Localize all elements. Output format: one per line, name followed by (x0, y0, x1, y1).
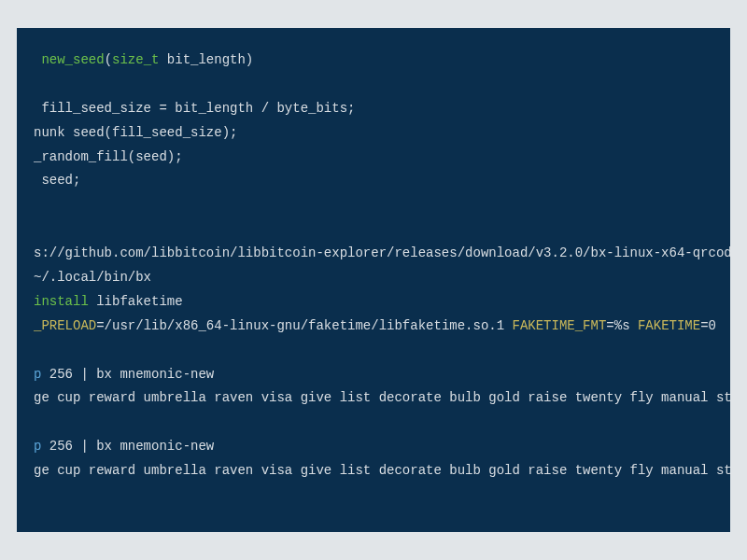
code-line-12: p 256 | bx mnemonic-new (17, 435, 730, 459)
code-text: ( (105, 52, 112, 67)
code-blank-line (17, 411, 730, 435)
code-blank-line (17, 193, 730, 217)
code-text: =0 (700, 318, 716, 333)
code-line-2: fill_seed_size = bit_length / byte_bits; (17, 97, 730, 121)
code-text: _random_fill(seed); (34, 149, 183, 164)
code-line-11: ge cup reward umbrella raven visa give l… (17, 386, 730, 411)
code-text: bit_length) (159, 52, 253, 67)
code-text: 256 | bx mnemonic-new (41, 439, 214, 454)
code-line-3: nunk seed(fill_seed_size); (17, 121, 730, 146)
code-env-var: FAKETIME (638, 318, 700, 333)
code-type: size_t (112, 52, 159, 67)
code-env-var: _PRELOAD (34, 318, 96, 333)
code-text: ~/.local/bin/bx (34, 270, 151, 285)
code-text: seed; (34, 173, 80, 188)
code-block: new_seed(size_t bit_length) fill_seed_si… (17, 28, 730, 532)
code-blank-line (17, 217, 730, 242)
code-text: libfaketime (89, 294, 183, 309)
code-text: 256 | bx mnemonic-new (41, 367, 214, 382)
code-text: =/usr/lib/x86_64-linux-gnu/faketime/libf… (96, 318, 512, 333)
code-line-4: _random_fill(seed); (17, 146, 730, 170)
code-text: fill_seed_size = bit_length / byte_bits; (34, 101, 355, 116)
code-text: s://github.com/libbitcoin/libbitcoin-exp… (34, 245, 730, 260)
code-text: ge cup reward umbrella raven visa give l… (34, 463, 730, 478)
code-command: install (34, 294, 89, 309)
code-line-7: ~/.local/bin/bx (17, 266, 730, 290)
code-line-10: p 256 | bx mnemonic-new (17, 363, 730, 387)
code-line-8: install libfaketime (17, 290, 730, 315)
code-line-6: s://github.com/libbitcoin/libbitcoin-exp… (17, 242, 730, 266)
code-text: nunk seed(fill_seed_size); (34, 125, 237, 140)
code-blank-line (17, 339, 730, 363)
code-line-9: _PRELOAD=/usr/lib/x86_64-linux-gnu/faket… (17, 315, 730, 339)
code-function: new_seed (41, 52, 104, 67)
code-text: ge cup reward umbrella raven visa give l… (34, 390, 730, 405)
code-blank-line (17, 73, 730, 97)
code-line-5: seed; (17, 169, 730, 193)
code-env-var: FAKETIME_FMT (513, 318, 607, 333)
code-line-13: ge cup reward umbrella raven visa give l… (17, 459, 730, 483)
code-line-1: new_seed(size_t bit_length) (17, 49, 730, 73)
code-text: =%s (606, 318, 638, 333)
